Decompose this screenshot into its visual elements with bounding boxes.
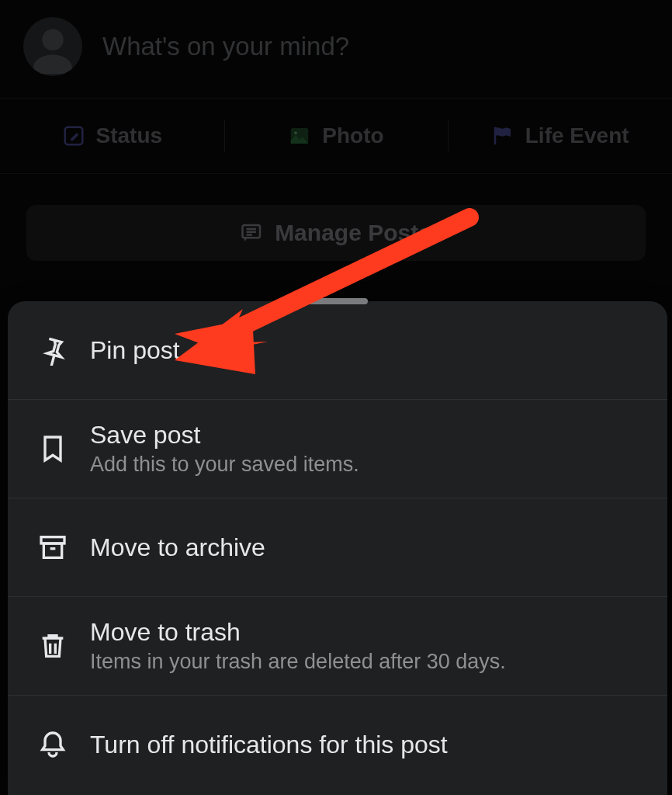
post-actions-sheet: Pin post Save post Add this to your save… <box>8 301 667 795</box>
trash-subtitle: Items in your trash are deleted after 30… <box>90 650 506 674</box>
life-event-button[interactable]: Life Event <box>448 99 672 173</box>
action-row: Status Photo Life Event <box>0 98 672 174</box>
manage-posts-container: Manage Posts <box>0 174 672 300</box>
svg-point-2 <box>294 131 297 134</box>
archive-title: Move to archive <box>90 533 265 562</box>
trash-title: Move to trash <box>90 618 506 647</box>
person-icon <box>27 25 78 76</box>
screen: What's on your mind? Status Photo Life E… <box>0 0 672 795</box>
notifications-title: Turn off notifications for this post <box>90 731 448 759</box>
status-button[interactable]: Status <box>0 99 224 173</box>
notifications-item[interactable]: Turn off notifications for this post <box>8 696 667 793</box>
pin-post-title: Pin post <box>90 336 180 365</box>
trash-icon <box>36 630 70 661</box>
manage-posts-label: Manage Posts <box>275 220 431 246</box>
life-event-label: Life Event <box>525 123 629 148</box>
manage-posts-button[interactable]: Manage Posts <box>26 205 646 261</box>
status-label: Status <box>96 123 163 148</box>
pin-icon <box>36 335 70 366</box>
profile-avatar[interactable] <box>23 17 82 76</box>
bell-icon <box>36 729 70 760</box>
edit-icon <box>62 124 85 148</box>
save-post-title: Save post <box>90 421 359 450</box>
composer-placeholder[interactable]: What's on your mind? <box>102 32 349 61</box>
photo-button[interactable]: Photo <box>224 99 449 173</box>
archive-item[interactable]: Move to archive <box>8 498 667 597</box>
trash-item[interactable]: Move to trash Items in your trash are de… <box>8 597 667 696</box>
photo-label: Photo <box>322 123 383 148</box>
flag-icon <box>491 124 514 148</box>
save-post-item[interactable]: Save post Add this to your saved items. <box>8 400 667 498</box>
bookmark-icon <box>36 433 70 464</box>
svg-rect-5 <box>43 543 61 557</box>
photo-icon <box>288 124 311 148</box>
manage-icon <box>241 221 264 245</box>
composer-row[interactable]: What's on your mind? <box>0 0 672 98</box>
archive-icon <box>36 532 70 563</box>
save-post-subtitle: Add this to your saved items. <box>90 453 359 477</box>
pin-post-item[interactable]: Pin post <box>8 301 667 400</box>
sheet-drag-handle[interactable] <box>307 298 368 304</box>
